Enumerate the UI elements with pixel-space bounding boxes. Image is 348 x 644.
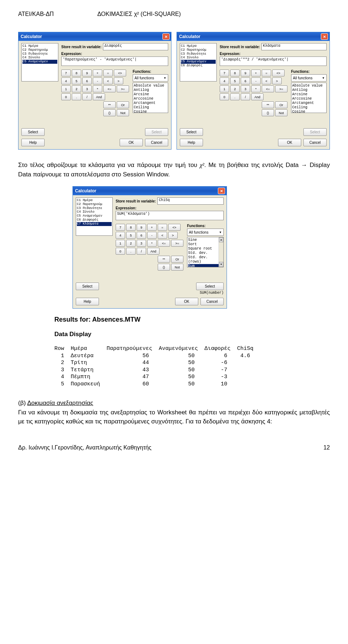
keypad-key[interactable]: 4 bbox=[116, 232, 125, 239]
store-input[interactable]: Διαφορές bbox=[103, 43, 168, 50]
variable-item[interactable]: C3 Πιθανότητε bbox=[181, 52, 216, 56]
keypad-key[interactable]: 6 bbox=[241, 78, 250, 84]
variable-item[interactable]: C1 Ημέρα bbox=[77, 198, 112, 202]
function-item[interactable]: Square root bbox=[188, 247, 223, 251]
keypad-key[interactable]: < bbox=[158, 232, 167, 239]
keypad-key[interactable]: Or bbox=[117, 101, 129, 108]
function-item[interactable]: Absolute value bbox=[292, 84, 326, 88]
keypad-key[interactable]: 1 bbox=[61, 85, 71, 92]
keypad-key[interactable]: 5 bbox=[72, 78, 81, 84]
keypad-key[interactable]: + bbox=[251, 70, 261, 76]
function-item[interactable]: Sine bbox=[188, 238, 223, 242]
functions-dropdown[interactable]: All functions ▼ bbox=[187, 229, 224, 236]
keypad-key[interactable]: - bbox=[251, 78, 261, 84]
keypad-key[interactable]: < bbox=[103, 78, 113, 84]
keypad-key[interactable]: 7 bbox=[220, 70, 229, 76]
functions-dropdown[interactable]: All functions ▼ bbox=[133, 74, 168, 81]
function-item[interactable]: Antilog bbox=[292, 88, 326, 92]
expression-input[interactable]: 'Παρατηρούμενες' - 'Αναμενόμενες'| bbox=[61, 57, 168, 66]
functions-list[interactable]: Absolute valueAntilogArcsineArccosineArc… bbox=[291, 83, 327, 113]
function-item[interactable]: Ceiling bbox=[292, 105, 326, 110]
keypad-key[interactable]: 3 bbox=[137, 240, 146, 247]
variable-list[interactable]: C1 ΗμέραC2 ΠαρατηρούμC3 ΠιθανότητεC4 Σύν… bbox=[76, 197, 113, 236]
keypad-key[interactable]: * bbox=[93, 85, 102, 92]
keypad-key[interactable]: ** bbox=[158, 256, 170, 263]
close-icon[interactable]: ✕ bbox=[162, 33, 170, 40]
close-icon[interactable]: ✕ bbox=[218, 188, 225, 194]
help-button[interactable]: Help bbox=[21, 139, 45, 146]
keypad-key[interactable]: 2 bbox=[72, 85, 81, 92]
ok-button[interactable]: OK bbox=[278, 139, 301, 146]
variable-item[interactable]: C2 Παρατηρούμ bbox=[22, 48, 57, 52]
function-item[interactable]: Ceiling bbox=[134, 105, 167, 110]
function-item[interactable]: Std. dev. bbox=[188, 251, 223, 255]
function-item[interactable]: Arctangent bbox=[134, 101, 167, 105]
store-input[interactable]: Κλάσματα bbox=[261, 43, 327, 50]
keypad-key[interactable]: 2 bbox=[126, 240, 136, 247]
close-icon[interactable]: ✕ bbox=[321, 33, 328, 40]
keypad-key[interactable]: 4 bbox=[220, 78, 229, 84]
keypad-key[interactable]: () bbox=[103, 109, 116, 116]
cancel-button[interactable]: Cancel bbox=[145, 139, 168, 146]
function-item[interactable]: Arcsine bbox=[292, 92, 326, 97]
variable-item[interactable]: C2 Παρατηρούμ bbox=[77, 202, 112, 206]
keypad-key[interactable]: >= bbox=[275, 85, 287, 92]
keypad-key[interactable]: 9 bbox=[82, 70, 92, 76]
scroll-down-icon[interactable]: ▼ bbox=[219, 262, 223, 267]
function-item[interactable]: Sort bbox=[188, 242, 223, 247]
variable-item[interactable]: C5 Αναμενόμεν bbox=[181, 60, 216, 64]
cancel-button[interactable]: Cancel bbox=[303, 139, 327, 146]
variable-list[interactable]: C1 ΗμέραC2 ΠαρατηρούμC3 ΠιθανότητεC4 Σύν… bbox=[180, 43, 217, 81]
keypad-key[interactable]: ** bbox=[262, 101, 274, 108]
function-item[interactable]: Antilog bbox=[134, 88, 167, 92]
keypad-key[interactable]: 6 bbox=[82, 78, 92, 84]
variable-list[interactable]: C1 ΗμέραC2 ΠαρατηρούμC3 ΠιθανότητεC4 Σύν… bbox=[21, 43, 58, 81]
keypad-key[interactable]: ** bbox=[103, 101, 116, 108]
ok-button[interactable]: OK bbox=[175, 298, 198, 305]
keypad-key[interactable]: () bbox=[262, 109, 274, 116]
keypad-key[interactable]: 8 bbox=[72, 70, 81, 76]
keypad-key[interactable]: < bbox=[262, 78, 271, 84]
keypad-key[interactable]: 1 bbox=[220, 85, 229, 92]
keypad-key[interactable]: >= bbox=[117, 85, 129, 92]
keypad-key[interactable]: <= bbox=[158, 240, 170, 247]
variable-item[interactable]: C4 Σύνολο bbox=[22, 56, 57, 60]
variable-item[interactable]: C1 Ημέρα bbox=[181, 44, 216, 48]
keypad-key[interactable]: And bbox=[93, 93, 105, 100]
keypad-key[interactable]: <> bbox=[114, 70, 126, 76]
keypad-key[interactable]: <> bbox=[168, 224, 181, 231]
variable-item[interactable]: C5 Αναμενόμεν bbox=[22, 60, 57, 64]
keypad-key[interactable]: = bbox=[262, 70, 271, 76]
keypad-key[interactable]: <= bbox=[262, 85, 274, 92]
functions-list[interactable]: SineSortSquare rootStd. dev.Std. dev. (r… bbox=[187, 237, 224, 267]
scrollbar[interactable]: ▲ ▼ bbox=[219, 237, 223, 267]
function-item[interactable]: Arccosine bbox=[292, 97, 326, 101]
expression-input[interactable]: SUM('Κλάσματα') bbox=[116, 211, 224, 220]
store-input[interactable]: ChiSq bbox=[157, 197, 224, 205]
keypad-key[interactable]: * bbox=[147, 240, 157, 247]
variable-item[interactable]: C3 Πιθανότητε bbox=[22, 52, 57, 56]
keypad-key[interactable]: / bbox=[82, 93, 92, 100]
variable-item[interactable]: C4 Σύνολο bbox=[181, 56, 216, 60]
scroll-up-icon[interactable]: ▲ bbox=[219, 237, 223, 242]
keypad-key[interactable]: 7 bbox=[116, 224, 125, 231]
variable-item[interactable]: C7 Κλάσματα bbox=[77, 222, 112, 226]
keypad-key[interactable]: 0 bbox=[220, 93, 229, 100]
keypad-key[interactable]: * bbox=[251, 85, 261, 92]
functions-list[interactable]: Absolute valueAntilogArcsineArccosineArc… bbox=[133, 83, 168, 113]
variable-item[interactable]: C1 Ημέρα bbox=[22, 44, 57, 48]
keypad-key[interactable]: <= bbox=[103, 85, 116, 92]
variable-item[interactable]: C5 Αναμενόμεν bbox=[77, 214, 112, 218]
function-item[interactable]: Absolute value bbox=[134, 84, 167, 88]
function-item[interactable]: Sum bbox=[188, 264, 223, 267]
keypad-key[interactable]: And bbox=[251, 93, 264, 100]
keypad-key[interactable]: - bbox=[147, 232, 157, 239]
keypad-key[interactable]: 3 bbox=[82, 85, 92, 92]
functions-dropdown[interactable]: All functions ▼ bbox=[291, 74, 327, 81]
keypad-key[interactable]: Not bbox=[275, 109, 287, 116]
keypad-key[interactable]: > bbox=[114, 78, 123, 84]
function-item[interactable]: Arctangent bbox=[292, 101, 326, 105]
keypad-key[interactable]: > bbox=[168, 232, 178, 239]
keypad-key[interactable]: 9 bbox=[137, 224, 146, 231]
variable-item[interactable]: C2 Παρατηρούμ bbox=[181, 48, 216, 52]
